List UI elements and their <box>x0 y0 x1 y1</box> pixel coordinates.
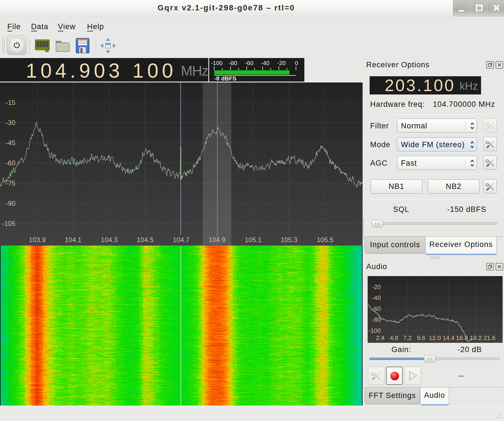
svg-text:105.1: 105.1 <box>245 236 262 244</box>
svg-text:-15: -15 <box>6 99 15 106</box>
svg-text:105.5: 105.5 <box>317 236 333 244</box>
svg-text:-40: -40 <box>372 294 381 301</box>
svg-text:-75: -75 <box>6 179 15 187</box>
svg-text:-60: -60 <box>245 60 253 66</box>
svg-text:105.3: 105.3 <box>281 236 297 244</box>
svg-text:-30: -30 <box>6 119 15 126</box>
svg-text:-20: -20 <box>372 283 381 290</box>
svg-text:9.6: 9.6 <box>417 334 426 341</box>
svg-text:-60: -60 <box>6 159 15 167</box>
svg-text:104.3: 104.3 <box>101 236 118 244</box>
svg-text:19.2: 19.2 <box>470 334 482 341</box>
svg-text:7.2: 7.2 <box>403 334 412 341</box>
svg-text:-90: -90 <box>6 200 15 207</box>
svg-text:104.7: 104.7 <box>173 236 190 244</box>
svg-text:21.6: 21.6 <box>484 334 496 341</box>
svg-text:104.1: 104.1 <box>65 236 81 244</box>
svg-text:0: 0 <box>295 60 298 66</box>
svg-text:-45: -45 <box>6 139 15 147</box>
svg-text:-80: -80 <box>229 60 237 66</box>
svg-text:-100: -100 <box>211 60 223 66</box>
svg-text:16.8: 16.8 <box>456 334 468 341</box>
svg-text:-8 dBFS: -8 dBFS <box>214 75 236 82</box>
svg-text:12.0: 12.0 <box>429 334 441 341</box>
svg-text:-20: -20 <box>277 60 286 66</box>
svg-text:-100: -100 <box>368 327 381 334</box>
svg-text:2.4: 2.4 <box>376 334 385 341</box>
svg-text:4.8: 4.8 <box>390 334 398 341</box>
svg-text:-105: -105 <box>2 220 15 227</box>
svg-text:-40: -40 <box>261 60 269 66</box>
svg-text:104.5: 104.5 <box>137 236 153 244</box>
svg-text:14.4: 14.4 <box>443 334 455 341</box>
svg-text:104.9: 104.9 <box>209 236 225 244</box>
svg-text:103.9: 103.9 <box>29 236 46 244</box>
